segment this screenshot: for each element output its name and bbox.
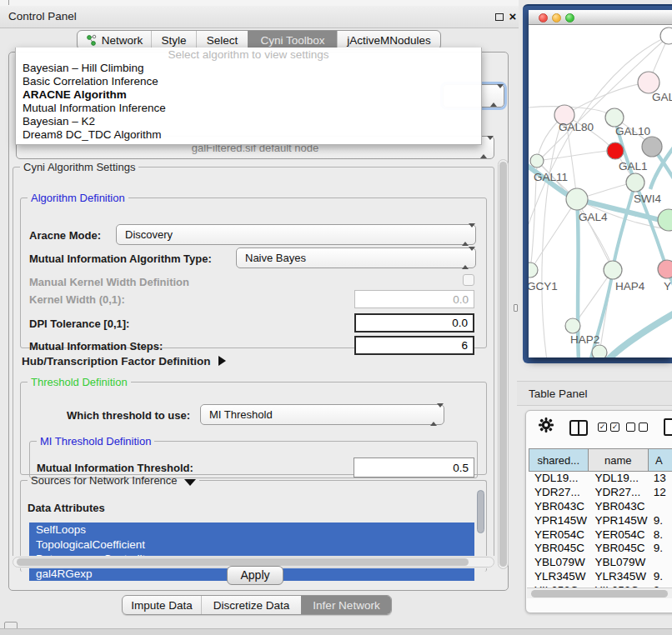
- network-node-label: GAL1: [619, 160, 648, 172]
- close-icon[interactable]: ×: [506, 9, 519, 24]
- network-view-frame: GALGAL80GAL10GAL1GAL11SWI4GAL4GCY1HAP4YH…: [523, 4, 672, 363]
- network-node[interactable]: [566, 188, 588, 210]
- table-panel: ✓✓ shared... name A YDL19...YDL19...13YD…: [525, 410, 672, 613]
- network-node[interactable]: [592, 345, 607, 358]
- network-node[interactable]: [660, 28, 672, 44]
- minimize-traffic-light[interactable]: [552, 13, 561, 22]
- tab-impute-data[interactable]: Impute Data: [123, 596, 201, 614]
- table-cell: YDR27...: [529, 486, 588, 500]
- column-header-name[interactable]: name: [589, 449, 649, 471]
- table-scrollbar-thumb[interactable]: [531, 590, 668, 598]
- tab-discretize-data[interactable]: Discretize Data: [201, 596, 301, 614]
- tab-infer-network[interactable]: Infer Network: [301, 596, 391, 614]
- threshold-definition-legend: Threshold Definition: [28, 376, 131, 388]
- table-row[interactable]: YLR345WYLR345W9.: [529, 570, 672, 584]
- manual-kernel-label: Manual Kernel Width Definition: [29, 276, 189, 288]
- table-row[interactable]: YPR145WYPR145W9.: [529, 514, 672, 528]
- hub-definition-expander[interactable]: Hub/Transcription Factor Definition: [22, 355, 226, 372]
- kernel-width-field[interactable]: 0.0: [354, 290, 474, 308]
- table-panel-titlebar: Table Panel: [517, 381, 672, 406]
- table-row[interactable]: YBL079WYBL079W: [529, 556, 672, 570]
- algorithm-definition-group: Algorithm Definition Aracne Mode: Discov…: [20, 192, 487, 348]
- gear-icon[interactable]: [538, 417, 554, 437]
- top-divider-tick: [8, 0, 9, 5]
- aracne-mode-combobox[interactable]: Discovery: [116, 224, 476, 245]
- network-edge[interactable]: [564, 82, 649, 115]
- tab-jactivemnodules[interactable]: jActiveMNodules: [337, 31, 440, 49]
- vertical-scrollbar[interactable]: [498, 159, 509, 569]
- network-node-label: GAL80: [559, 121, 594, 133]
- network-node-label: HAP4: [615, 280, 645, 292]
- tab-select[interactable]: Select: [196, 31, 248, 49]
- mi-threshold-group: MI Threshold Definition Mutual Informati…: [29, 435, 478, 478]
- list-scrollbar-thumb[interactable]: [477, 490, 484, 533]
- columns-icon[interactable]: [569, 420, 588, 436]
- algorithm-menu-item[interactable]: Bayesian – Hill Climbing: [16, 62, 481, 75]
- network-node[interactable]: [642, 137, 662, 157]
- column-header-partial[interactable]: A: [649, 449, 672, 471]
- network-node[interactable]: [565, 318, 580, 333]
- table-row[interactable]: YDL19...YDL19...13: [529, 472, 672, 486]
- attribute-list-item[interactable]: TopologicalCoefficient: [29, 538, 474, 552]
- tab-cyni-toolbox[interactable]: Cyni Toolbox: [248, 31, 337, 49]
- algorithm-menu-header: Select algorithm to view settings: [16, 48, 481, 62]
- manual-kernel-checkbox[interactable]: [463, 274, 474, 286]
- table-cell: 9.: [649, 570, 672, 584]
- table-row[interactable]: YBR045CYBR045C9.: [529, 542, 672, 556]
- algorithm-menu-item[interactable]: Basic Correlation Inference: [16, 75, 481, 88]
- network-node[interactable]: [605, 108, 624, 127]
- table-cell: 9.: [649, 542, 672, 556]
- vertical-scrollbar-thumb[interactable]: [499, 162, 507, 567]
- table-cell: YBL079W: [529, 556, 588, 570]
- close-traffic-light[interactable]: [539, 13, 548, 22]
- table-row[interactable]: YDR27...YDR27...12: [529, 486, 672, 500]
- table-cell: YBL079W: [588, 556, 649, 570]
- table-cell: [649, 556, 672, 570]
- apply-button[interactable]: Apply: [227, 566, 283, 585]
- table-cell: YDL19...: [588, 472, 649, 486]
- select-all-checkboxes-icon[interactable]: ✓✓: [598, 422, 619, 432]
- dpi-tolerance-field[interactable]: 0.0: [354, 313, 474, 332]
- network-canvas[interactable]: GALGAL80GAL10GAL1GAL11SWI4GAL4GCY1HAP4YH…: [529, 26, 672, 358]
- deselect-all-checkboxes-icon[interactable]: [626, 422, 648, 432]
- network-node[interactable]: [530, 154, 544, 168]
- network-window-titlebar[interactable]: [529, 10, 672, 25]
- network-view-window: GALGAL80GAL10GAL1GAL11SWI4GAL4GCY1HAP4YH…: [529, 10, 672, 358]
- algorithm-menu-item[interactable]: Mutual Information Inference: [16, 102, 481, 115]
- tab-network[interactable]: Network: [78, 31, 151, 49]
- which-threshold-combobox[interactable]: MI Threshold: [200, 404, 444, 425]
- network-node[interactable]: [607, 142, 624, 159]
- network-node[interactable]: [604, 261, 622, 279]
- algorithm-menu-item[interactable]: Dream8 DC_TDC Algorithm: [16, 128, 481, 142]
- mi-steps-field[interactable]: 6: [354, 336, 474, 355]
- control-panel-titlebar: Control Panel ×: [0, 6, 519, 28]
- tab-style[interactable]: Style: [151, 31, 196, 49]
- algorithm-menu-item[interactable]: Bayesian – K2: [16, 115, 481, 128]
- network-node[interactable]: [529, 262, 538, 278]
- network-node[interactable]: [626, 173, 644, 192]
- algorithm-menu-item[interactable]: ARACNE Algorithm: [16, 88, 481, 102]
- network-node-label: Y: [664, 280, 671, 292]
- which-threshold-value: MI Threshold: [209, 405, 273, 424]
- table-cell: YLR345W: [529, 570, 588, 584]
- panel-splitter-handle[interactable]: [514, 304, 518, 312]
- network-node[interactable]: [658, 260, 672, 278]
- table-row[interactable]: YER054CYER054C8.: [529, 528, 672, 542]
- zoom-traffic-light[interactable]: [565, 13, 574, 22]
- attribute-list-item[interactable]: SelfLoops: [29, 522, 474, 538]
- float-window-icon[interactable]: [495, 13, 504, 21]
- column-header-shared-name[interactable]: shared...: [529, 449, 589, 471]
- network-edge[interactable]: [542, 115, 564, 358]
- horizontal-scrollbar-thumb[interactable]: [17, 558, 469, 566]
- network-node-label: GAL4: [579, 211, 608, 223]
- network-node-label: GAL11: [534, 171, 568, 183]
- network-edge[interactable]: [607, 311, 672, 358]
- table-header: shared... name A: [529, 448, 672, 472]
- document-icon[interactable]: [664, 418, 672, 436]
- algorithm-menu-items: Bayesian – Hill ClimbingBasic Correlatio…: [16, 62, 481, 142]
- network-edge[interactable]: [532, 199, 577, 268]
- table-horizontal-scrollbar[interactable]: [527, 588, 672, 598]
- mi-type-combobox[interactable]: Naive Bayes: [236, 248, 476, 268]
- table-row[interactable]: YBR043CYBR043C: [529, 500, 672, 514]
- data-attributes-label: Data Attributes: [28, 502, 105, 514]
